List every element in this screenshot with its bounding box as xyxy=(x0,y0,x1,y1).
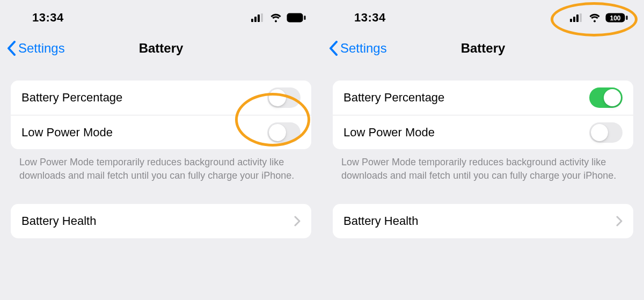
row-label: Low Power Mode xyxy=(343,126,435,140)
row-low-power-mode[interactable]: Low Power Mode xyxy=(11,115,311,149)
svg-rect-5 xyxy=(304,16,306,20)
toggle-battery-percentage[interactable] xyxy=(589,87,623,108)
row-label: Low Power Mode xyxy=(21,126,113,140)
phone-right: 13:34 100 Settings Battery Battery Perce… xyxy=(322,0,644,300)
back-label: Settings xyxy=(340,41,387,56)
toggle-low-power-mode[interactable] xyxy=(589,122,623,143)
row-battery-percentage[interactable]: Battery Percentage xyxy=(333,81,633,115)
battery-icon xyxy=(287,13,306,23)
row-label: Battery Percentage xyxy=(343,91,444,105)
chevron-left-icon xyxy=(328,41,338,56)
status-icons: 100 xyxy=(570,13,628,23)
row-label: Battery Health xyxy=(343,214,418,228)
wifi-icon xyxy=(588,13,601,23)
svg-rect-7 xyxy=(573,17,575,22)
row-label: Battery Health xyxy=(21,214,96,228)
svg-rect-3 xyxy=(261,13,263,22)
status-time: 13:34 xyxy=(32,11,64,25)
chevron-right-icon xyxy=(294,216,301,226)
row-battery-health[interactable]: Battery Health xyxy=(333,204,633,238)
chevron-left-icon xyxy=(6,41,16,56)
row-battery-health[interactable]: Battery Health xyxy=(11,204,311,238)
status-bar: 13:34 100 xyxy=(322,0,644,32)
footer-text: Low Power Mode temporarily reduces backg… xyxy=(19,156,303,182)
settings-group-battery-health: Battery Health xyxy=(333,204,633,238)
page-title: Battery xyxy=(461,41,506,56)
toggle-low-power-mode[interactable] xyxy=(267,122,301,143)
chevron-right-icon xyxy=(616,216,623,226)
footer-text: Low Power Mode temporarily reduces backg… xyxy=(341,156,625,182)
page-title: Battery xyxy=(139,41,184,56)
status-icons xyxy=(251,13,306,23)
nav-header: Settings Battery xyxy=(0,32,322,64)
battery-percent-text: 100 xyxy=(610,14,620,22)
settings-group-battery: Battery Percentage Low Power Mode xyxy=(333,81,633,149)
svg-rect-6 xyxy=(570,19,572,22)
row-low-power-mode[interactable]: Low Power Mode xyxy=(333,115,633,149)
settings-group-battery: Battery Percentage Low Power Mode xyxy=(11,81,311,149)
nav-header: Settings Battery xyxy=(322,32,644,64)
svg-rect-0 xyxy=(251,19,253,22)
svg-rect-9 xyxy=(580,13,582,22)
svg-rect-11 xyxy=(626,16,628,20)
settings-group-battery-health: Battery Health xyxy=(11,204,311,238)
wifi-icon xyxy=(269,13,282,23)
cellular-icon xyxy=(570,13,584,22)
svg-rect-1 xyxy=(254,17,257,22)
phone-left: 13:34 Settings Battery Battery Percentag… xyxy=(0,0,322,300)
cellular-icon xyxy=(251,13,265,22)
row-battery-percentage[interactable]: Battery Percentage xyxy=(11,81,311,115)
svg-rect-4 xyxy=(287,13,303,23)
back-button[interactable]: Settings xyxy=(6,41,65,56)
row-label: Battery Percentage xyxy=(21,91,122,105)
svg-rect-8 xyxy=(576,14,579,22)
back-button[interactable]: Settings xyxy=(328,41,387,56)
battery-percent-icon: 100 xyxy=(605,13,628,23)
toggle-battery-percentage[interactable] xyxy=(267,87,301,108)
status-time: 13:34 xyxy=(354,11,386,25)
back-label: Settings xyxy=(18,41,65,56)
status-bar: 13:34 xyxy=(0,0,322,32)
svg-rect-2 xyxy=(258,14,260,22)
